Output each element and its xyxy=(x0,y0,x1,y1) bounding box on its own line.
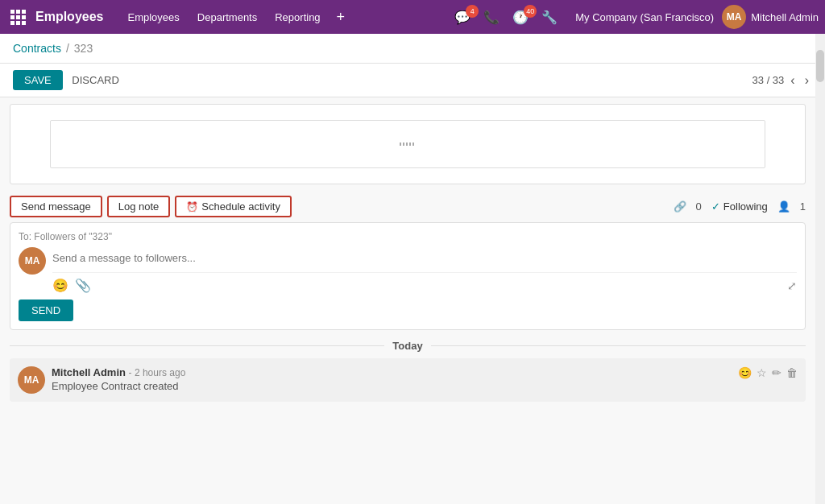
attachment-icon[interactable]: 📎 xyxy=(75,278,91,293)
user-menu[interactable]: MA Mitchell Admin xyxy=(722,5,819,29)
message-input-area: 😊 📎 ⤢ xyxy=(52,247,797,293)
following-check-icon: ✓ xyxy=(711,200,720,213)
activity-icon: ⏰ xyxy=(186,201,198,213)
today-divider: Today xyxy=(10,330,806,358)
main-content: Send message Log note ⏰ Schedule activit… xyxy=(0,97,825,504)
log-text: Employee Contract created xyxy=(52,380,798,392)
send-message-button[interactable]: Send message xyxy=(10,196,102,217)
company-label: My Company (San Francisco) xyxy=(575,11,714,23)
log-header: Mitchell Admin - 2 hours ago xyxy=(52,366,798,378)
followers-persons-count: 1 xyxy=(800,200,806,213)
page-container: Employees Employees Departments Reportin… xyxy=(0,0,825,504)
chatter-buttons: Send message Log note ⏰ Schedule activit… xyxy=(10,196,292,217)
breadcrumb-parent[interactable]: Contracts xyxy=(13,42,61,55)
record-toolbar: SAVE DISCARD 33 / 33 ‹ › xyxy=(0,64,825,97)
chatter-actions: Send message Log note ⏰ Schedule activit… xyxy=(10,191,806,222)
clock-badge: 40 xyxy=(524,5,537,18)
scrollbar-thumb[interactable] xyxy=(816,50,824,82)
expand-icon[interactable]: ⤢ xyxy=(787,279,797,292)
message-to: To: Followers of "323" xyxy=(19,231,797,242)
composer-avatar: MA xyxy=(19,247,46,275)
person-icon: 👤 xyxy=(777,200,790,213)
form-inner xyxy=(50,120,765,168)
message-composer: MA 😊 📎 ⤢ xyxy=(19,247,797,293)
pagination: 33 / 33 ‹ › xyxy=(752,72,812,89)
add-menu-button[interactable]: + xyxy=(330,6,352,29)
user-name: Mitchell Admin xyxy=(751,11,819,23)
followers-link-icon: 🔗 xyxy=(674,200,686,213)
schedule-activity-label: Schedule activity xyxy=(201,200,280,213)
svg-rect-8 xyxy=(22,21,26,25)
send-message-label: Send message xyxy=(21,200,91,213)
svg-rect-6 xyxy=(10,21,15,25)
log-time: - 2 hours ago xyxy=(129,367,186,378)
message-toolbar-left: 😊 📎 xyxy=(52,278,91,293)
breadcrumb-separator: / xyxy=(66,42,69,55)
message-compose-box: To: Followers of "323" MA 😊 📎 ⤢ xyxy=(10,222,806,330)
topnav-icons: 💬 4 📞 🕐 40 🔧 xyxy=(451,8,561,27)
log-note-label: Log note xyxy=(118,200,160,213)
nav-departments[interactable]: Departments xyxy=(189,6,265,28)
today-line-left xyxy=(10,345,384,346)
log-delete-button[interactable]: 🗑 xyxy=(786,366,798,379)
clock-icon-button[interactable]: 🕐 40 xyxy=(509,8,532,27)
pagination-next[interactable]: › xyxy=(802,72,812,89)
svg-rect-7 xyxy=(16,21,20,25)
pagination-label: 33 / 33 xyxy=(752,74,785,86)
discard-button[interactable]: DISCARD xyxy=(72,74,119,86)
emoji-icon[interactable]: 😊 xyxy=(52,278,68,293)
svg-rect-0 xyxy=(10,10,15,14)
send-button[interactable]: SEND xyxy=(19,300,73,321)
svg-rect-2 xyxy=(22,10,26,14)
log-edit-button[interactable]: ✏ xyxy=(772,366,781,379)
resize-handle xyxy=(400,143,416,146)
today-label: Today xyxy=(392,340,422,352)
today-line-right xyxy=(431,345,806,346)
chatter: Send message Log note ⏰ Schedule activit… xyxy=(10,191,806,402)
wrench-icon-button[interactable]: 🔧 xyxy=(538,8,561,27)
form-content-area xyxy=(10,104,806,184)
apps-menu-button[interactable] xyxy=(6,6,29,28)
scrollbar-track[interactable] xyxy=(815,34,825,504)
topnav-menu: Employees Departments Reporting + xyxy=(119,6,451,29)
followers-count: 0 xyxy=(696,200,702,213)
log-actions: 😊 ☆ ✏ 🗑 xyxy=(738,366,798,379)
toolbar-actions: SAVE DISCARD xyxy=(13,70,119,90)
following-button[interactable]: ✓ Following xyxy=(711,200,768,213)
log-star-button[interactable]: ☆ xyxy=(757,366,767,379)
message-toolbar: 😊 📎 ⤢ xyxy=(52,272,797,293)
save-button[interactable]: SAVE xyxy=(13,70,63,90)
svg-rect-3 xyxy=(10,15,15,19)
message-input[interactable] xyxy=(52,247,797,269)
svg-rect-1 xyxy=(16,10,20,14)
breadcrumb: Contracts / 323 xyxy=(0,34,825,64)
log-author: Mitchell Admin xyxy=(52,366,126,378)
log-emoji-button[interactable]: 😊 xyxy=(738,366,752,379)
log-entry: MA Mitchell Admin - 2 hours ago Employee… xyxy=(10,358,806,402)
pagination-prev[interactable]: ‹ xyxy=(787,72,798,89)
brand-label: Employees xyxy=(35,10,103,24)
chatter-right: 🔗 0 ✓ Following 👤 1 xyxy=(674,200,806,213)
topnav: Employees Employees Departments Reportin… xyxy=(0,0,825,34)
log-content: Mitchell Admin - 2 hours ago Employee Co… xyxy=(52,366,798,392)
svg-rect-5 xyxy=(22,15,26,19)
following-label: Following xyxy=(723,200,768,213)
schedule-activity-button[interactable]: ⏰ Schedule activity xyxy=(175,196,292,217)
log-note-button[interactable]: Log note xyxy=(107,196,171,217)
phone-icon-button[interactable]: 📞 xyxy=(480,8,503,27)
svg-rect-4 xyxy=(16,15,20,19)
log-avatar: MA xyxy=(18,366,45,394)
user-avatar: MA xyxy=(722,5,746,29)
chat-badge: 4 xyxy=(466,5,479,18)
chat-icon-button[interactable]: 💬 4 xyxy=(451,8,474,27)
breadcrumb-current: 323 xyxy=(74,42,93,55)
nav-employees[interactable]: Employees xyxy=(119,6,187,28)
nav-reporting[interactable]: Reporting xyxy=(267,6,328,28)
